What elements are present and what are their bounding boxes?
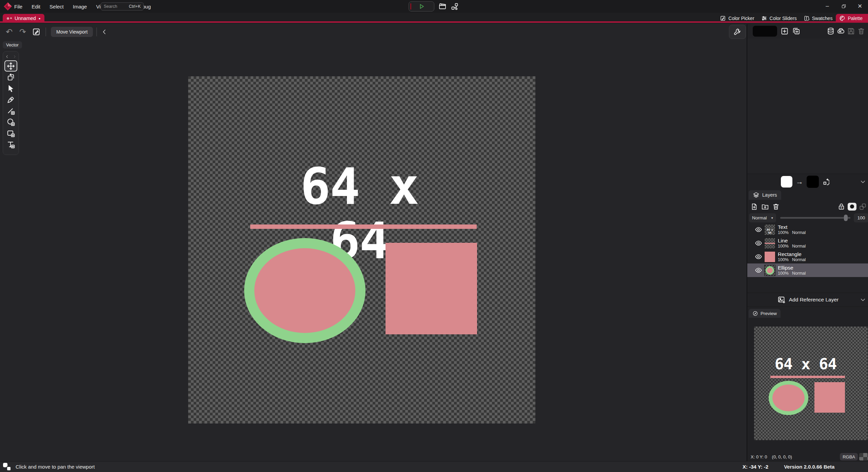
layers-tab[interactable]: Layers (749, 190, 781, 200)
file-tab-unnamed[interactable]: Unnamed • (3, 14, 44, 23)
play-button[interactable] (409, 1, 434, 12)
pixel-y: Y: 0 (760, 454, 767, 459)
preview-line-shape (770, 376, 845, 378)
tool-line[interactable] (4, 105, 17, 116)
play-icon (418, 3, 425, 10)
layer-opacity: 100% (778, 244, 789, 249)
link-layers-icon[interactable] (859, 203, 867, 211)
pixel-rgba-values: (0, 0, 0, 0) (772, 454, 792, 459)
palette-grid-area[interactable] (747, 38, 868, 174)
next-tools-icon[interactable] (13, 55, 17, 59)
right-panel-tabs: Color Picker Color Sliders Swatches Pale… (716, 14, 868, 23)
clapperboard-icon[interactable] (438, 2, 447, 11)
palette-select-swatch[interactable] (753, 26, 777, 37)
save-palette-icon[interactable] (847, 27, 855, 35)
chevron-down-icon[interactable] (860, 179, 866, 185)
tool-mode-label[interactable]: Vector (3, 41, 22, 48)
swap-colors-icon[interactable] (822, 178, 830, 186)
chevron-down-icon[interactable] (860, 297, 866, 303)
collapse-toolbar-icon[interactable] (101, 27, 108, 36)
blend-mode-select[interactable]: Normal ▾ (749, 213, 776, 222)
visibility-eye-icon[interactable] (755, 239, 762, 247)
canvas-settings-button[interactable] (729, 25, 746, 39)
layer-name: Text (778, 224, 806, 230)
minimize-button[interactable]: – (819, 0, 835, 12)
layers-tab-label: Layers (762, 192, 777, 198)
preview-text: 64 x 64 (771, 355, 840, 373)
search-shortcut: Ctrl+K (129, 4, 141, 9)
palette-storage-icon[interactable] (837, 27, 845, 35)
redo-button[interactable]: ↷ (18, 27, 27, 36)
add-group-icon[interactable] (761, 203, 769, 211)
close-button[interactable]: ✕ (852, 0, 868, 12)
palette-toolbar (747, 24, 868, 38)
tool-move[interactable] (4, 60, 17, 72)
layer-thumbnail: 64 x 64 (764, 224, 775, 235)
palette-database-icon[interactable] (827, 27, 835, 35)
layers-stack-icon (753, 192, 760, 198)
transform-tool-icon (6, 73, 15, 82)
layer-row-ellipse[interactable]: Ellipse 100%Normal (747, 263, 868, 277)
opacity-slider-handle[interactable] (844, 215, 848, 221)
tab-label: Palette (848, 16, 863, 21)
tool-rectangle[interactable] (4, 127, 17, 139)
tab-icon (7, 17, 12, 20)
mouse-buttons-icon (3, 463, 12, 471)
menu-image[interactable]: Image (73, 4, 87, 9)
drawing-canvas[interactable]: 64 x 64 (188, 76, 535, 424)
tool-text[interactable] (4, 139, 17, 150)
tool-transform[interactable] (4, 72, 17, 83)
node-graph-icon[interactable] (451, 2, 459, 11)
tab-swatches[interactable]: Swatches (800, 14, 836, 23)
swatches-icon (804, 15, 810, 21)
preview-tab[interactable]: Preview (749, 309, 781, 318)
layers-toolbar: α (747, 201, 868, 212)
foreground-color-swatch[interactable] (781, 176, 792, 188)
layer-row-rectangle[interactable]: Rectangle 100%Normal (747, 250, 868, 263)
visibility-eye-icon[interactable] (755, 253, 762, 260)
search-box[interactable]: Ctrl+K (101, 2, 144, 11)
opacity-value-box[interactable]: 100 (854, 213, 868, 222)
alpha-lock-icon[interactable]: α (837, 203, 845, 211)
arrow-right-icon: → (796, 177, 803, 186)
color-sliders-icon (761, 15, 767, 21)
opacity-slider[interactable] (780, 217, 850, 219)
layer-row-line[interactable]: Line 100%Normal (747, 236, 868, 250)
visibility-eye-icon[interactable] (755, 267, 762, 274)
duplicate-palette-icon[interactable] (792, 27, 800, 35)
tab-palette[interactable]: Palette (836, 14, 868, 23)
menu-edit[interactable]: Edit (32, 4, 40, 9)
search-input[interactable] (104, 4, 129, 9)
mask-toggle-button[interactable] (848, 203, 856, 211)
layer-thumbnail (764, 251, 775, 262)
delete-palette-icon[interactable] (857, 27, 865, 35)
visibility-eye-icon[interactable] (755, 226, 762, 233)
thumbnail-ellipse (766, 266, 774, 275)
add-reference-layer-button[interactable]: Add Reference Layer (747, 293, 868, 307)
background-color-swatch[interactable] (807, 176, 819, 188)
tab-color-sliders[interactable]: Color Sliders (758, 14, 800, 23)
preview-icon (752, 311, 758, 316)
menu-file[interactable]: File (14, 4, 22, 9)
layer-row-text[interactable]: 64 x 64 Text 100%Normal (747, 223, 868, 236)
add-palette-icon[interactable] (781, 27, 789, 35)
pen-tool-icon (6, 95, 15, 104)
format-badge[interactable]: RGBA (840, 453, 858, 460)
thumbnail-text: 64 x 64 (765, 228, 775, 234)
tab-color-picker[interactable]: Color Picker (716, 14, 757, 23)
restore-button[interactable] (835, 0, 852, 12)
tool-select-cursor[interactable] (4, 83, 17, 94)
delete-layer-icon[interactable] (772, 203, 780, 211)
tool-pen[interactable] (4, 94, 17, 105)
layer-opacity: 100% (778, 230, 789, 235)
preview-tab-label: Preview (761, 311, 777, 316)
image-plus-icon (777, 296, 786, 304)
add-layer-icon[interactable] (750, 203, 758, 211)
edit-mode-icon[interactable] (32, 27, 41, 36)
prev-tools-icon[interactable] (5, 55, 9, 59)
menu-select[interactable]: Select (50, 4, 64, 9)
pixelorama-window: File Edit Select Image View Help Debug C… (0, 0, 868, 472)
undo-button[interactable]: ↶ (5, 27, 14, 36)
move-viewport-button[interactable]: Move Viewport (51, 27, 93, 37)
tool-ellipse[interactable] (4, 116, 17, 127)
